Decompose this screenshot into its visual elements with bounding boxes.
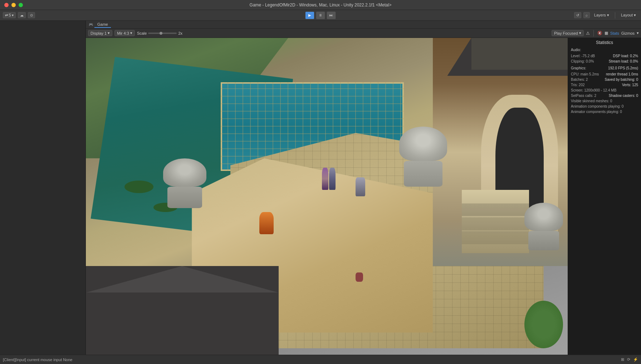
scene-icon: ⇄ bbox=[5, 13, 8, 17]
stream-load: Stream load: 0.0% bbox=[609, 59, 638, 64]
content-area: 🎮 Game Display 1 ▾ Mir 4:3 ▾ Scale bbox=[0, 21, 641, 355]
saved-batching: Saved by batching: 0 bbox=[605, 77, 638, 82]
layout-chevron-icon: ▾ bbox=[634, 13, 636, 17]
audio-level: Level: -75.2 dB bbox=[571, 53, 595, 59]
display-dropdown[interactable]: Display 1 ▾ bbox=[88, 30, 112, 36]
screen: Screen: 1200x900 - 12.4 MB bbox=[571, 88, 616, 92]
animation-playing: Animation components playing: 0 bbox=[571, 104, 623, 108]
character-warrior bbox=[356, 177, 365, 196]
maximize-button[interactable] bbox=[19, 3, 23, 7]
display-label: Display 1 bbox=[90, 31, 107, 35]
cpu-row: CPU: main 5.2ms render thread 1.0ms bbox=[571, 72, 638, 77]
setpass-row: SetPass calls: 2 Shadow casters: 0 bbox=[571, 93, 638, 98]
game-scene-background bbox=[86, 38, 568, 355]
cpu-main: CPU: main 5.2ms bbox=[571, 72, 599, 77]
animator-row: Animator components playing: 0 bbox=[571, 109, 638, 114]
character-group-center bbox=[322, 168, 336, 190]
minimize-button[interactable] bbox=[11, 3, 16, 7]
game-viewport[interactable] bbox=[86, 38, 568, 355]
view-bar-divider bbox=[593, 30, 594, 36]
graphics-fps-row: Graphics: 192.0 FPS (5.2ms) bbox=[571, 65, 638, 72]
dsp-load: DSP load: 0.2% bbox=[613, 53, 638, 59]
stone-lion-left bbox=[163, 158, 206, 206]
scene-dropdown-icon: ▾ bbox=[12, 13, 14, 17]
screen-row: Screen: 1200x900 - 12.4 MB bbox=[571, 88, 638, 93]
stats-button[interactable]: Stats bbox=[610, 31, 619, 35]
playback-controls: ▶ ⏸ ⏭ bbox=[305, 11, 336, 19]
tree-bottom-right bbox=[524, 301, 563, 348]
stats-panel: Statistics Audio: Level: -75.2 dB DSP lo… bbox=[568, 38, 641, 355]
animator-playing: Animator components playing: 0 bbox=[571, 110, 622, 114]
mute-audio-button[interactable]: 🔇 bbox=[597, 31, 602, 35]
title-bar: Game - LegendOfMir2D - Windows, Mac, Lin… bbox=[0, 0, 641, 10]
play-focused-dropdown[interactable]: Play Focused ▾ bbox=[552, 30, 584, 36]
status-icon-1[interactable]: ⊞ bbox=[621, 357, 624, 362]
layers-button[interactable]: Layers ▾ bbox=[592, 12, 611, 18]
layout-button[interactable]: Layout ▾ bbox=[619, 12, 638, 18]
search-icon: ⌕ bbox=[586, 13, 588, 17]
display-chevron-icon: ▾ bbox=[108, 31, 110, 35]
search-button[interactable]: ⌕ bbox=[583, 12, 590, 18]
scale-label: Scale bbox=[137, 31, 147, 35]
scene-label: S bbox=[9, 13, 11, 17]
undo-history-button[interactable]: ↺ bbox=[574, 12, 581, 18]
play-focused-label: Play Focused bbox=[554, 31, 578, 35]
audio-clipping-row: Clipping: 0.0% Stream load: 0.0% bbox=[571, 59, 638, 64]
play-button[interactable]: ▶ bbox=[305, 11, 314, 19]
tris: Tris: 202 bbox=[571, 82, 585, 88]
rooftop-bottom bbox=[86, 266, 279, 355]
stats-title: Statistics bbox=[571, 40, 638, 45]
aspect-ratio-icon: ▦ bbox=[605, 31, 608, 35]
layout-label: Layout bbox=[621, 13, 633, 17]
scale-thumb bbox=[160, 32, 162, 35]
shadow-casters: Shadow casters: 0 bbox=[609, 93, 638, 98]
audio-section: Audio: Level: -75.2 dB DSP load: 0.2% Cl… bbox=[571, 47, 638, 64]
window-controls bbox=[4, 3, 23, 7]
status-message: [Client][Input] current mouse input None bbox=[3, 358, 72, 362]
scene-selector-btn[interactable]: ⇄ S ▾ bbox=[3, 12, 16, 18]
scale-slider[interactable] bbox=[148, 33, 177, 34]
status-icons: ⊞ ⟳ ⚡ bbox=[621, 357, 638, 362]
character-orange bbox=[259, 212, 274, 234]
status-icon-2[interactable]: ⟳ bbox=[627, 357, 630, 362]
visible-skinned: Visible skinned meshes: 0 bbox=[571, 99, 612, 103]
app-container: Game - LegendOfMir2D - Windows, Mac, Lin… bbox=[0, 0, 641, 364]
play-icon: ▶ bbox=[308, 13, 311, 17]
batches-row: Batches: 2 Saved by batching: 0 bbox=[571, 77, 638, 82]
toolbar-divider bbox=[615, 12, 615, 19]
game-tab-icon: 🎮 bbox=[89, 23, 93, 26]
audio-label: Audio: bbox=[571, 47, 638, 53]
game-panel: 🎮 Game Display 1 ▾ Mir 4:3 ▾ Scale bbox=[86, 21, 641, 355]
render-thread: render thread 1.0ms bbox=[606, 72, 638, 77]
layers-chevron-icon: ▾ bbox=[607, 13, 609, 17]
play-focused-chevron-icon: ▾ bbox=[579, 31, 581, 35]
gizmos-chevron-icon: ▾ bbox=[637, 31, 639, 35]
batches: Batches: 2 bbox=[571, 77, 588, 82]
pause-button[interactable]: ⏸ bbox=[316, 11, 325, 19]
game-tab[interactable]: Game bbox=[94, 21, 111, 28]
aspect-label: Mir 4:3 bbox=[117, 31, 129, 35]
pause-icon: ⏸ bbox=[319, 13, 322, 17]
layers-label: Layers bbox=[594, 13, 606, 17]
game-viewport-area: Statistics Audio: Level: -75.2 dB DSP lo… bbox=[86, 38, 641, 355]
tris-row: Tris: 202 Verts: 125 bbox=[571, 82, 638, 88]
lily-pad-1 bbox=[124, 181, 153, 193]
cloud-button[interactable]: ☁ bbox=[18, 12, 26, 18]
audio-level-row: Level: -75.2 dB DSP load: 0.2% bbox=[571, 53, 638, 59]
animation-row: Animation components playing: 0 bbox=[571, 104, 638, 109]
main-toolbar: ⇄ S ▾ ☁ ⊙ ▶ ⏸ ⏭ ↺ bbox=[0, 10, 641, 21]
game-tab-header: 🎮 Game bbox=[86, 21, 641, 29]
aspect-dropdown[interactable]: Mir 4:3 ▾ bbox=[114, 30, 135, 36]
skinned-row: Visible skinned meshes: 0 bbox=[571, 98, 638, 104]
status-bar: [Client][Input] current mouse input None… bbox=[0, 355, 641, 364]
close-button[interactable] bbox=[4, 3, 9, 7]
gizmos-button[interactable]: Gizmos bbox=[621, 31, 635, 35]
stone-lion-right bbox=[399, 127, 447, 183]
step-button[interactable]: ⏭ bbox=[327, 11, 336, 19]
graphics-section: Graphics: 192.0 FPS (5.2ms) CPU: main 5.… bbox=[571, 65, 638, 114]
small-figure bbox=[356, 272, 363, 282]
toolbar-left: ⇄ S ▾ ☁ ⊙ bbox=[0, 12, 38, 18]
collab-button[interactable]: ⊙ bbox=[28, 12, 35, 18]
game-view-bar: Display 1 ▾ Mir 4:3 ▾ Scale 2x Play Focu… bbox=[86, 29, 641, 38]
status-icon-3[interactable]: ⚡ bbox=[633, 357, 638, 362]
